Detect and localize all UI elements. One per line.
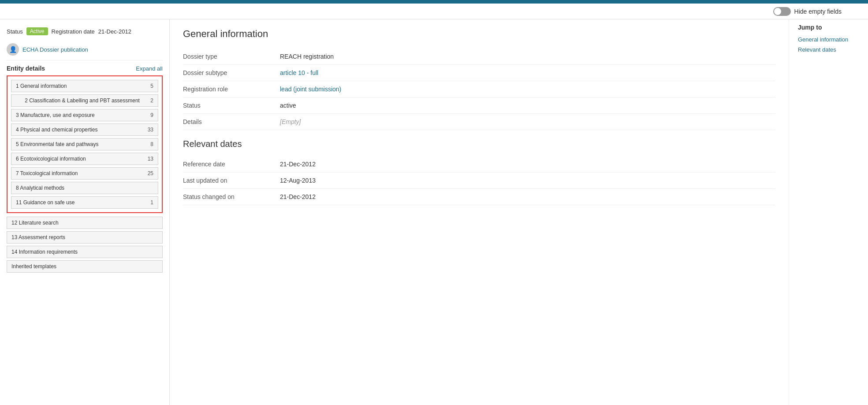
field-row: Details[Empty] xyxy=(183,114,775,130)
nav-btn-12[interactable]: 12 Literature search xyxy=(7,217,163,229)
date-field-value: 12-Aug-2013 xyxy=(280,177,316,184)
nav-section-box: 1 General information52 Classification &… xyxy=(7,75,163,213)
relevant-dates-title: Relevant dates xyxy=(183,139,775,149)
expand-all-button[interactable]: Expand all xyxy=(136,65,163,72)
date-field-label: Status changed on xyxy=(183,193,280,200)
field-row: Dossier subtypearticle 10 - full xyxy=(183,65,775,81)
echa-label: ECHA Dossier publication xyxy=(22,46,88,53)
section-divider: Relevant dates xyxy=(183,139,775,149)
echa-publication[interactable]: 👤 ECHA Dossier publication xyxy=(7,39,163,60)
field-label: Dossier subtype xyxy=(183,69,280,76)
registration-date: 21-Dec-2012 xyxy=(98,28,131,35)
main-fields: Dossier typeREACH registrationDossier su… xyxy=(183,49,775,130)
field-label: Status xyxy=(183,102,280,109)
nav-btn-11[interactable]: 11 Guidance on safe use1 xyxy=(11,196,158,209)
field-row: Registration rolelead (joint submission) xyxy=(183,81,775,98)
nav-btn-4[interactable]: 4 Physical and chemical properties33 xyxy=(11,124,158,136)
nav-btn-14[interactable]: 14 Information requirements xyxy=(7,246,163,258)
dates-fields: Reference date21-Dec-2012Last updated on… xyxy=(183,156,775,205)
status-label: Status xyxy=(7,28,23,35)
nav-btn-2[interactable]: 2 Classification & Labelling and PBT ass… xyxy=(11,94,158,107)
nav-btn-5[interactable]: 5 Environmental fate and pathways8 xyxy=(11,138,158,150)
nav-btn-inh[interactable]: Inherited templates xyxy=(7,260,163,273)
nav-btn-3[interactable]: 3 Manufacture, use and exposure9 xyxy=(11,109,158,121)
date-field-label: Reference date xyxy=(183,161,280,168)
sidebar: Status Active Registration date 21-Dec-2… xyxy=(0,19,170,405)
field-row: Dossier typeREACH registration xyxy=(183,49,775,65)
field-value[interactable]: lead (joint submission) xyxy=(280,86,341,93)
nav-btn-13[interactable]: 13 Assessment reports xyxy=(7,231,163,244)
status-row: Status Active Registration date 21-Dec-2… xyxy=(7,24,163,39)
date-field-label: Last updated on xyxy=(183,177,280,184)
jump-to-title: Jump to xyxy=(798,24,859,31)
date-field-row: Status changed on21-Dec-2012 xyxy=(183,189,775,205)
hide-empty-fields-container: Hide empty fields xyxy=(773,7,842,16)
page-layout: Status Active Registration date 21-Dec-2… xyxy=(0,19,868,405)
top-bar xyxy=(0,0,868,4)
hide-empty-label: Hide empty fields xyxy=(794,8,842,15)
jump-to-link[interactable]: Relevant dates xyxy=(798,46,859,53)
nav-btn-7[interactable]: 7 Toxicological information25 xyxy=(11,167,158,180)
general-info-title: General information xyxy=(183,28,775,40)
field-value: REACH registration xyxy=(280,53,334,60)
field-value: [Empty] xyxy=(280,118,301,125)
registration-label: Registration date xyxy=(52,28,95,35)
nav-btn-1[interactable]: 1 General information5 xyxy=(11,80,158,92)
main-content: General information Dossier typeREACH re… xyxy=(170,19,789,405)
header-bar: Hide empty fields xyxy=(0,4,868,19)
nav-btn-8[interactable]: 8 Analytical methods xyxy=(11,182,158,194)
user-icon: 👤 xyxy=(7,43,19,56)
status-badge: Active xyxy=(26,27,48,35)
field-value: active xyxy=(280,102,296,109)
date-field-value: 21-Dec-2012 xyxy=(280,193,316,200)
jump-to-link[interactable]: General information xyxy=(798,36,859,43)
field-row: Statusactive xyxy=(183,98,775,114)
date-field-row: Last updated on12-Aug-2013 xyxy=(183,172,775,189)
entity-details-title: Entity details xyxy=(7,65,45,72)
jump-to-panel: Jump to General informationRelevant date… xyxy=(789,19,868,405)
field-label: Details xyxy=(183,118,280,125)
field-value[interactable]: article 10 - full xyxy=(280,69,318,76)
jump-to-links: General informationRelevant dates xyxy=(798,36,859,53)
field-label: Registration role xyxy=(183,86,280,93)
date-field-row: Reference date21-Dec-2012 xyxy=(183,156,775,172)
date-field-value: 21-Dec-2012 xyxy=(280,161,316,168)
field-label: Dossier type xyxy=(183,53,280,60)
hide-empty-toggle[interactable] xyxy=(773,7,791,16)
nav-btn-6[interactable]: 6 Ecotoxicological information13 xyxy=(11,153,158,165)
entity-details-header: Entity details Expand all xyxy=(7,60,163,75)
nav-outside: 12 Literature search13 Assessment report… xyxy=(7,217,163,273)
